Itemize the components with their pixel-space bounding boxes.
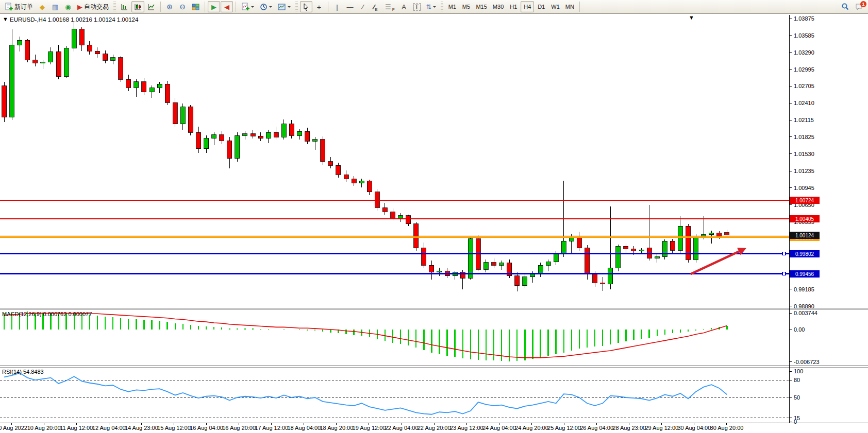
candle	[437, 271, 442, 272]
macd-axis-label: -0.006723	[794, 359, 820, 365]
dropdown-caret-icon	[288, 6, 291, 9]
timeframe-button-m5[interactable]: M5	[459, 1, 473, 12]
text-label-icon: T	[413, 3, 421, 11]
candle	[41, 62, 45, 63]
bar-chart-icon	[121, 3, 128, 11]
zoom-out-button[interactable]: ⊖	[176, 1, 189, 12]
candle	[196, 132, 201, 148]
candle	[382, 207, 387, 212]
tile-windows-button[interactable]	[189, 1, 202, 12]
indicators-icon	[241, 3, 249, 11]
candle	[336, 165, 341, 175]
timeframe-button-m15[interactable]: M15	[473, 1, 489, 12]
chart-shift-marker[interactable]: ▼	[689, 14, 694, 21]
price-line-label: 0.99456	[795, 271, 814, 277]
channel-sub-label: E	[375, 7, 377, 12]
rsi-axis-label: 50	[794, 394, 800, 401]
time-axis-label: 24 Aug 04:00	[482, 425, 516, 431]
candle	[251, 134, 255, 136]
timeframe-button-d1[interactable]: D1	[535, 1, 548, 12]
candle	[235, 135, 240, 159]
templates-button[interactable]	[275, 1, 293, 12]
profiles-button[interactable]: ▦	[49, 1, 61, 12]
cursor-button[interactable]	[300, 1, 312, 12]
toolbar-separator	[236, 2, 236, 12]
candle	[367, 181, 372, 192]
candle	[414, 224, 419, 248]
candle	[717, 233, 722, 236]
timeframe-button-mn[interactable]: MN	[563, 1, 577, 12]
price-axis-label: 1.00945	[794, 185, 814, 191]
text-button[interactable]: A	[398, 1, 410, 12]
new-chart-button[interactable]: ◆	[36, 1, 48, 12]
candle	[243, 134, 247, 135]
templates-icon	[278, 3, 286, 11]
periods-button[interactable]	[257, 1, 275, 12]
trendline-button[interactable]: ∕	[357, 1, 369, 12]
candle	[359, 181, 364, 183]
time-axis-label: 12 Aug 04:00	[92, 425, 126, 431]
candle	[297, 131, 302, 135]
horizontal-line-button[interactable]: —	[344, 1, 356, 12]
auto-trading-button[interactable]: ▶ 自动交易	[75, 1, 111, 12]
crosshair-button[interactable]: +	[313, 1, 325, 12]
dropdown-caret-icon	[433, 6, 436, 9]
candle	[142, 82, 146, 92]
candle	[95, 51, 99, 54]
notifications-button[interactable]: 1	[853, 1, 866, 12]
text-label-button[interactable]: T	[411, 1, 423, 12]
new-order-button[interactable]: 新订单	[2, 1, 36, 12]
candle	[655, 257, 659, 258]
line-chart-icon	[147, 3, 155, 11]
auto-trading-icon: ▶	[77, 4, 82, 10]
time-axis-label: 23 Aug 12:00	[450, 425, 483, 431]
candle	[538, 265, 543, 273]
chart-canvas[interactable]: 1.038751.035851.032901.029951.027051.024…	[0, 14, 868, 432]
zoom-in-button[interactable]: ⊕	[163, 1, 176, 12]
chart-shift-icon: ◀	[224, 4, 229, 10]
chart-window[interactable]: 1.038751.035851.032901.029951.027051.024…	[0, 14, 868, 432]
one-click-trading-toggle[interactable]: ▼	[3, 16, 8, 22]
candle	[600, 283, 605, 284]
candle	[429, 265, 434, 272]
time-axis-label: 28 Aug 23:00	[612, 425, 646, 431]
toolbar-grip[interactable]	[441, 2, 443, 12]
time-axis-label: 30 Aug 04:00	[677, 425, 711, 431]
vertical-line-button[interactable]: |	[331, 1, 343, 12]
auto-scroll-button[interactable]: ▶	[208, 1, 220, 12]
chart-shift-button[interactable]: ◀	[221, 1, 233, 12]
timeframe-button-h1[interactable]: H1	[507, 1, 520, 12]
notification-badge: 1	[860, 1, 866, 7]
toolbar-grip[interactable]	[113, 2, 116, 12]
timeframe-button-h4[interactable]: H4	[521, 1, 534, 12]
candle	[227, 141, 232, 159]
candle	[631, 249, 636, 251]
timeframe-button-m1[interactable]: M1	[445, 1, 459, 12]
time-axis-label: 16 Aug 20:00	[222, 425, 256, 431]
time-axis-label: 11 Aug 12:00	[60, 425, 93, 431]
line-handle[interactable]	[782, 272, 786, 275]
bar-chart-button[interactable]	[118, 1, 131, 12]
signals-button[interactable]: ◉	[62, 1, 74, 12]
candle	[157, 84, 162, 88]
timeframe-button-m30[interactable]: M30	[490, 1, 506, 12]
candle	[678, 226, 682, 250]
time-axis-label: 26 Aug 04:00	[580, 425, 613, 431]
price-axis-label: 1.02995	[794, 66, 814, 73]
fibonacci-button[interactable]: ☰ F	[382, 1, 397, 12]
indicators-button[interactable]	[239, 1, 257, 12]
arrows-icon: ⇅	[426, 4, 432, 10]
candle	[670, 241, 675, 250]
candle	[515, 276, 520, 286]
candle	[554, 254, 558, 262]
candle	[709, 233, 714, 235]
toolbar-grip[interactable]	[295, 2, 298, 12]
line-handle[interactable]	[782, 252, 786, 255]
candlestick-chart-button[interactable]	[131, 1, 144, 12]
timeframe-button-w1[interactable]: W1	[548, 1, 562, 12]
arrows-button[interactable]: ⇅	[424, 1, 439, 12]
search-button[interactable]	[839, 1, 852, 12]
line-chart-button[interactable]	[145, 1, 158, 12]
candle	[375, 192, 379, 207]
equidistant-channel-button[interactable]: ∕∕ E	[370, 1, 382, 12]
